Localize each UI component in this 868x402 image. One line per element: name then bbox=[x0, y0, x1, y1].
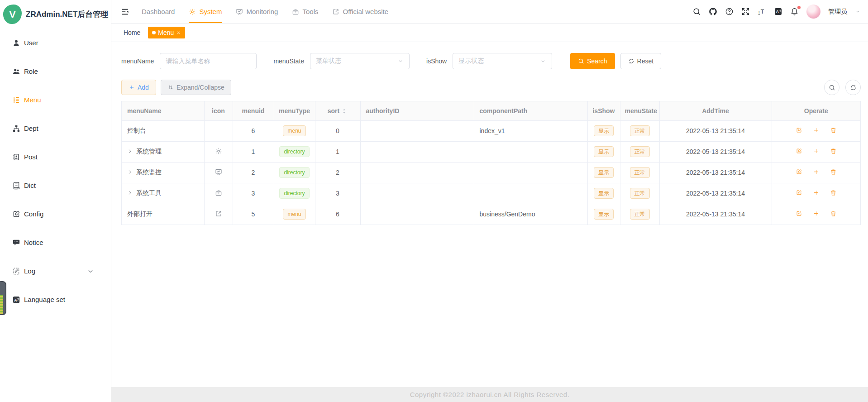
topbar-right: TTA 管理员 bbox=[692, 5, 861, 19]
menu-name-input[interactable] bbox=[160, 53, 257, 69]
table-body: 控制台6menu0index_v1显示正常2022-05-13 21:35:14… bbox=[122, 120, 860, 225]
chevron-down-icon bbox=[397, 58, 404, 64]
sidebar-item-post[interactable]: Post bbox=[0, 143, 111, 171]
search-icon bbox=[578, 58, 584, 64]
toolbox-icon bbox=[215, 189, 222, 196]
nav-item-system[interactable]: System bbox=[189, 0, 222, 23]
copyright-text: Copyright ©2022 izhaorui.cn All Rights R… bbox=[410, 391, 570, 398]
svg-text:T: T bbox=[758, 10, 760, 14]
cell-component-path: index_v1 bbox=[474, 120, 587, 141]
col-header-sort[interactable]: sort bbox=[315, 101, 360, 120]
translate-icon[interactable]: A bbox=[774, 7, 782, 16]
config-icon bbox=[12, 210, 20, 218]
gear-icon bbox=[215, 148, 222, 155]
top-nav: DashboardSystemMonitoringToolsOfficial w… bbox=[142, 0, 388, 23]
edit-button[interactable] bbox=[796, 127, 802, 134]
font-size-icon[interactable]: TT bbox=[758, 7, 766, 16]
user-icon bbox=[12, 39, 20, 47]
search-icon[interactable] bbox=[692, 7, 701, 16]
edit-button[interactable] bbox=[796, 168, 802, 175]
sidebar-item-log[interactable]: Log bbox=[0, 257, 111, 285]
tab-menu[interactable]: Menu bbox=[148, 27, 185, 38]
col-header-componentpath: componentPath bbox=[474, 101, 587, 120]
menu-name-label: menuName bbox=[121, 57, 154, 65]
edit-button[interactable] bbox=[796, 148, 802, 154]
sort-carets-icon[interactable] bbox=[341, 108, 348, 115]
cell-menu-type: directory bbox=[274, 183, 315, 204]
bell-icon[interactable] bbox=[790, 7, 799, 16]
cell-menu-name: 系统工具 bbox=[122, 183, 204, 204]
cell-icon bbox=[204, 162, 233, 183]
notification-badge bbox=[797, 6, 801, 9]
cell-add-time: 2022-05-13 21:35:14 bbox=[659, 162, 772, 183]
delete-button[interactable] bbox=[830, 210, 837, 217]
add-child-button[interactable] bbox=[813, 127, 820, 134]
sidebar-item-language-set[interactable]: ALanguage set bbox=[0, 285, 111, 314]
menu-type-tag: directory bbox=[279, 188, 309, 199]
menu-state-select[interactable]: 菜单状态 bbox=[310, 53, 410, 69]
sidebar-item-menu[interactable]: Menu bbox=[0, 86, 111, 114]
edit-button[interactable] bbox=[796, 189, 802, 196]
nav-item-monitoring[interactable]: Monitoring bbox=[236, 0, 278, 23]
add-child-button[interactable] bbox=[813, 148, 820, 154]
is-show-tag: 显示 bbox=[594, 209, 614, 220]
sidebar-item-dept[interactable]: Dept bbox=[0, 114, 111, 143]
sidebar-item-label: Notice bbox=[24, 239, 43, 246]
nav-item-tools[interactable]: Tools bbox=[292, 0, 318, 23]
notice-icon bbox=[12, 239, 20, 247]
help-icon[interactable] bbox=[725, 7, 734, 16]
sidebar-item-user[interactable]: User bbox=[0, 29, 111, 57]
add-child-button[interactable] bbox=[813, 168, 820, 175]
cell-menu-state: 正常 bbox=[620, 141, 659, 162]
cell-component-path bbox=[474, 141, 587, 162]
delete-button[interactable] bbox=[830, 189, 837, 196]
sidebar-item-dict[interactable]: Dict bbox=[0, 171, 111, 200]
menu-state-tag: 正常 bbox=[630, 125, 650, 136]
cell-menuid: 6 bbox=[233, 120, 274, 141]
refresh-table-button[interactable] bbox=[845, 80, 861, 95]
chevron-right-icon bbox=[127, 169, 133, 175]
add-button[interactable]: Add bbox=[121, 80, 156, 95]
menu-table: menuNameiconmenuidmenuTypesortauthorityI… bbox=[121, 101, 861, 225]
delete-button[interactable] bbox=[830, 168, 837, 175]
delete-button[interactable] bbox=[830, 127, 837, 134]
is-show-select[interactable]: 显示状态 bbox=[453, 53, 552, 69]
is-show-tag: 显示 bbox=[594, 125, 614, 136]
expand-collapse-button[interactable]: Expand/Collapse bbox=[161, 80, 231, 95]
cell-menuid: 3 bbox=[233, 183, 274, 204]
toggle-search-button[interactable] bbox=[824, 80, 839, 95]
external-link-icon bbox=[215, 210, 222, 217]
sidebar-item-notice[interactable]: Notice bbox=[0, 228, 111, 257]
search-button-label: Search bbox=[587, 57, 607, 65]
log-icon bbox=[12, 267, 20, 275]
search-button[interactable]: Search bbox=[570, 53, 615, 69]
fullscreen-icon[interactable] bbox=[741, 7, 750, 16]
reset-button[interactable]: Reset bbox=[620, 53, 662, 69]
delete-button[interactable] bbox=[830, 148, 837, 154]
add-child-button[interactable] bbox=[813, 210, 820, 217]
nav-item-dashboard[interactable]: Dashboard bbox=[142, 0, 175, 23]
post-icon bbox=[12, 153, 20, 161]
chevron-down-icon[interactable] bbox=[855, 9, 861, 14]
cell-sort: 0 bbox=[315, 120, 360, 141]
tab-label: Menu bbox=[158, 29, 174, 36]
edit-button[interactable] bbox=[796, 210, 802, 217]
sidebar-collapse-icon[interactable] bbox=[120, 7, 129, 16]
sidebar-item-config[interactable]: Config bbox=[0, 200, 111, 228]
nav-item-label: System bbox=[199, 8, 222, 15]
nav-item-official-website[interactable]: Official website bbox=[332, 0, 388, 23]
cell-is-show: 显示 bbox=[587, 183, 620, 204]
tab-home[interactable]: Home bbox=[122, 27, 142, 38]
avatar[interactable] bbox=[806, 5, 820, 19]
app-logo[interactable]: V ZRAdmin.NET后台管理 bbox=[0, 0, 111, 29]
col-header-menustate: menuState bbox=[620, 101, 659, 120]
refresh-icon bbox=[628, 58, 634, 64]
user-name[interactable]: 管理员 bbox=[828, 8, 847, 16]
add-child-button[interactable] bbox=[813, 189, 820, 196]
github-icon[interactable] bbox=[709, 7, 717, 16]
sidebar-item-label: Dict bbox=[24, 182, 36, 189]
expand-collapse-label: Expand/Collapse bbox=[176, 84, 224, 91]
cell-menu-name: 外部打开 bbox=[122, 204, 204, 225]
cell-menu-type: menu bbox=[274, 204, 315, 225]
sidebar-item-role[interactable]: Role bbox=[0, 57, 111, 86]
